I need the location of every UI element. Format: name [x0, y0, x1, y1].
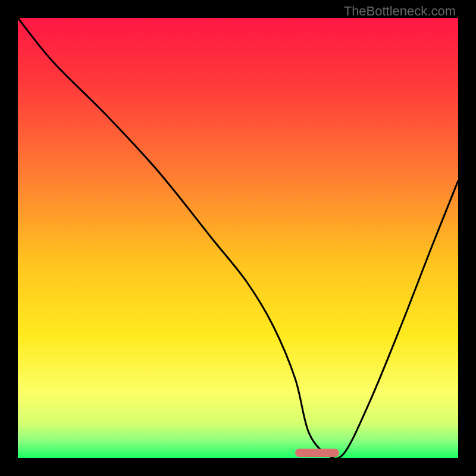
bottleneck-chart: TheBottleneck.com: [0, 0, 476, 476]
bottleneck-curve: [18, 18, 458, 458]
optimal-marker: [295, 449, 339, 457]
curve-layer: [18, 18, 458, 458]
plot-area: [18, 18, 458, 458]
watermark-text: TheBottleneck.com: [344, 4, 456, 19]
